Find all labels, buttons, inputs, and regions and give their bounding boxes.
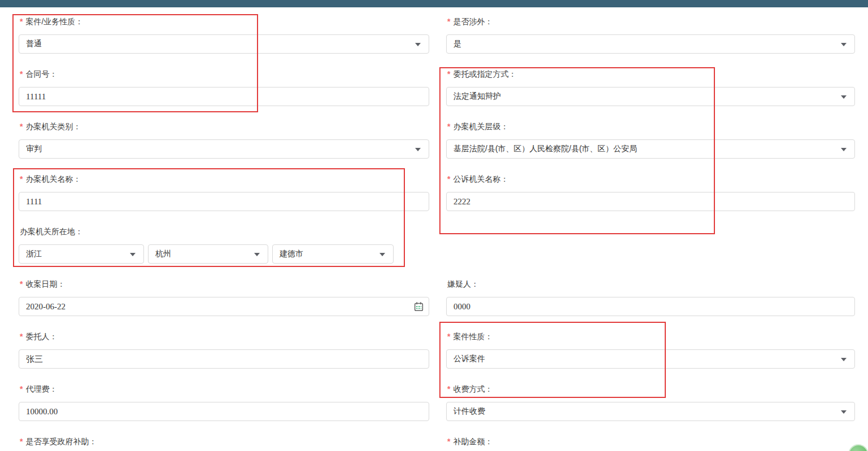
province-select[interactable]: 浙江 bbox=[19, 244, 144, 264]
field-case-nature: * 案件性质： 公诉案件 bbox=[446, 331, 855, 383]
field-label: 收案日期： bbox=[25, 278, 65, 290]
case-date-input[interactable]: 2020-06-22 bbox=[19, 297, 429, 316]
field-label-row: * 委托或指定方式： bbox=[447, 68, 855, 80]
case-entry-form: * 案件/业务性质： 普通 * 是否涉外： 是 bbox=[0, 7, 868, 451]
input-value: 10000.00 bbox=[26, 407, 58, 417]
chevron-down-icon bbox=[130, 253, 136, 256]
field-label: 收费方式： bbox=[453, 383, 492, 395]
field-label-row: 嫌疑人： bbox=[447, 278, 855, 290]
field-label-row: * 收费方式： bbox=[447, 383, 855, 395]
agency-category-select[interactable]: 审判 bbox=[19, 139, 429, 159]
case-business-nature-select[interactable]: 普通 bbox=[19, 34, 429, 54]
chevron-down-icon bbox=[841, 43, 847, 46]
required-asterisk: * bbox=[20, 383, 23, 395]
input-value: 11111 bbox=[26, 92, 46, 102]
chevron-down-icon bbox=[415, 148, 421, 151]
form-row: * 是否享受政府补助： * 补助金额： bbox=[0, 436, 868, 451]
foreign-related-select[interactable]: 是 bbox=[446, 34, 855, 54]
chevron-down-icon bbox=[841, 148, 847, 151]
contract-number-input[interactable]: 11111 bbox=[19, 87, 429, 106]
suspect-input[interactable]: 0000 bbox=[446, 297, 855, 316]
field-label: 委托或指定方式： bbox=[453, 68, 516, 80]
required-asterisk: * bbox=[20, 16, 23, 27]
required-asterisk: * bbox=[20, 331, 23, 342]
required-asterisk: * bbox=[447, 121, 450, 132]
field-contract-number: * 合同号： 11111 bbox=[19, 68, 429, 121]
entrust-method-select[interactable]: 法定通知辩护 bbox=[446, 87, 855, 106]
location-select-group: 浙江 杭州 建德市 bbox=[19, 244, 394, 264]
input-value: 张三 bbox=[26, 354, 43, 365]
top-header-bar bbox=[0, 0, 868, 7]
field-label-row: * 办案机关名称： bbox=[20, 173, 429, 185]
form-row: * 代理费： 10000.00 * 收费方式： 计件收费 bbox=[0, 383, 868, 436]
selected-value: 浙江 bbox=[26, 249, 42, 259]
field-subsidy-amount: * 补助金额： bbox=[446, 436, 855, 451]
required-asterisk: * bbox=[447, 68, 450, 80]
field-client: * 委托人： 张三 bbox=[19, 331, 429, 383]
form-row: 办案机关所在地： 浙江 杭州 建德市 bbox=[0, 226, 868, 278]
district-select[interactable]: 建德市 bbox=[272, 244, 394, 264]
field-label: 委托人： bbox=[25, 331, 57, 342]
selected-value: 杭州 bbox=[155, 249, 171, 259]
selected-value: 计件收费 bbox=[453, 406, 485, 417]
field-agency-category: * 办案机关类别： 审判 bbox=[19, 121, 429, 173]
charge-method-select[interactable]: 计件收费 bbox=[446, 402, 855, 421]
field-label: 办案机关名称： bbox=[25, 173, 81, 185]
field-entrust-method: * 委托或指定方式： 法定通知辩护 bbox=[446, 68, 855, 121]
chevron-down-icon bbox=[415, 43, 421, 46]
field-label: 办案机关类别： bbox=[25, 121, 81, 132]
prosecution-agency-input[interactable]: 2222 bbox=[446, 192, 855, 211]
case-entry-form-screen: * 案件/业务性质： 普通 * 是否涉外： 是 bbox=[0, 0, 868, 451]
field-label-row: * 补助金额： bbox=[447, 436, 855, 447]
case-nature-select[interactable]: 公诉案件 bbox=[446, 349, 855, 369]
field-label: 合同号： bbox=[25, 68, 57, 80]
field-label-row: * 委托人： bbox=[20, 331, 429, 342]
required-asterisk: * bbox=[447, 331, 450, 342]
selected-value: 普通 bbox=[26, 39, 42, 49]
required-asterisk: * bbox=[20, 436, 23, 447]
calendar-icon[interactable] bbox=[413, 301, 424, 314]
field-foreign-related: * 是否涉外： 是 bbox=[446, 16, 855, 68]
input-value: 0000 bbox=[453, 302, 470, 312]
field-label: 公诉机关名称： bbox=[453, 173, 508, 185]
city-select[interactable]: 杭州 bbox=[148, 244, 268, 264]
chevron-down-icon bbox=[841, 358, 847, 361]
form-row: * 案件/业务性质： 普通 * 是否涉外： 是 bbox=[0, 16, 868, 68]
field-label: 办案机关层级： bbox=[453, 121, 508, 132]
chevron-down-icon bbox=[254, 253, 260, 256]
field-agency-name: * 办案机关名称： 1111 bbox=[19, 173, 429, 226]
field-government-subsidy: * 是否享受政府补助： bbox=[19, 436, 429, 451]
field-label-row: * 案件/业务性质： bbox=[20, 16, 429, 27]
field-label: 嫌疑人： bbox=[447, 278, 479, 290]
required-asterisk: * bbox=[20, 68, 23, 80]
form-row: * 合同号： 11111 * 委托或指定方式： 法定通知辩护 bbox=[0, 68, 868, 121]
field-agency-fee: * 代理费： 10000.00 bbox=[19, 383, 429, 436]
field-charge-method: * 收费方式： 计件收费 bbox=[446, 383, 855, 436]
field-label: 是否享受政府补助： bbox=[25, 436, 97, 447]
form-row: * 委托人： 张三 * 案件性质： 公诉案件 bbox=[0, 331, 868, 383]
agency-fee-input[interactable]: 10000.00 bbox=[19, 402, 429, 421]
field-label: 案件/业务性质： bbox=[25, 16, 83, 27]
field-label-row: 办案机关所在地： bbox=[20, 226, 429, 237]
required-asterisk: * bbox=[20, 121, 23, 132]
client-input[interactable]: 张三 bbox=[19, 349, 429, 369]
input-value: 2020-06-22 bbox=[26, 302, 66, 312]
selected-value: 建德市 bbox=[280, 249, 303, 259]
field-label-row: * 代理费： bbox=[20, 383, 429, 395]
agency-level-select[interactable]: 基层法院/县(市、区）人民检察院/县(市、区）公安局 bbox=[446, 139, 855, 159]
field-prosecution-agency-name: * 公诉机关名称： 2222 bbox=[446, 173, 855, 226]
field-case-business-nature: * 案件/业务性质： 普通 bbox=[19, 16, 429, 68]
form-row: * 收案日期： 2020-06-22 bbox=[0, 278, 868, 331]
field-label: 补助金额： bbox=[453, 436, 492, 447]
agency-name-input[interactable]: 1111 bbox=[19, 192, 429, 211]
form-row: * 办案机关名称： 1111 * 公诉机关名称： 2222 bbox=[0, 173, 868, 226]
required-asterisk: * bbox=[447, 16, 450, 27]
field-label-row: * 公诉机关名称： bbox=[447, 173, 855, 185]
input-value: 2222 bbox=[453, 197, 470, 207]
field-label-row: * 是否享受政府补助： bbox=[20, 436, 429, 447]
field-agency-location: 办案机关所在地： 浙江 杭州 建德市 bbox=[19, 226, 429, 278]
field-case-accept-date: * 收案日期： 2020-06-22 bbox=[19, 278, 429, 331]
field-agency-level: * 办案机关层级： 基层法院/县(市、区）人民检察院/县(市、区）公安局 bbox=[446, 121, 855, 173]
field-label: 是否涉外： bbox=[453, 16, 492, 27]
field-label-row: * 办案机关类别： bbox=[20, 121, 429, 132]
